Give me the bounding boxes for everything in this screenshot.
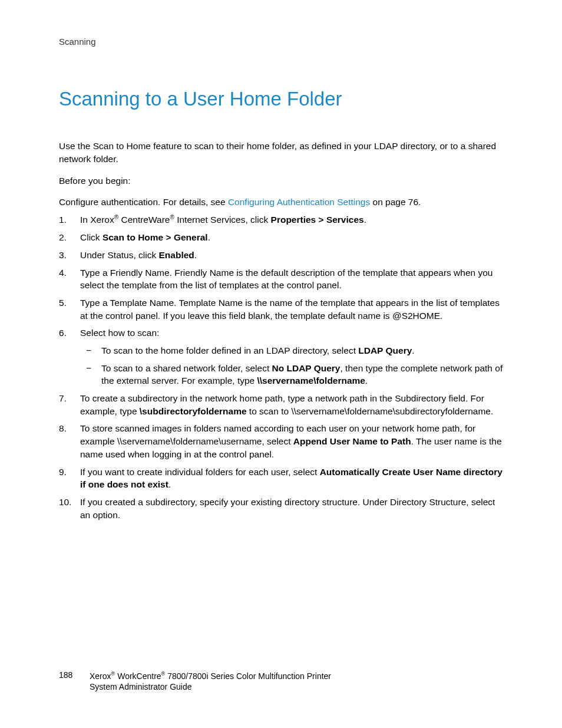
reg-mark: ® [170,214,174,220]
step-6a-prefix: To scan to the home folder defined in an… [101,345,358,355]
steps-list: In Xerox® CentreWare® Internet Services,… [59,213,503,521]
step-6b-prefix: To scan to a shared network folder, sele… [101,363,272,373]
step-10: If you created a subdirectory, specify y… [59,496,503,521]
step-1-suffix: . [364,215,366,225]
page-footer: 188 Xerox® WorkCentre® 7800/7800i Series… [59,670,504,693]
step-3-prefix: Under Status, click [80,250,159,260]
step-2: Click Scan to Home > General. [59,231,503,244]
footer-doc-title: Xerox® WorkCentre® 7800/7800i Series Col… [90,670,331,693]
step-6-sublist: To scan to the home folder defined in an… [80,344,503,387]
configure-suffix: on page 76. [370,197,421,207]
step-6b: To scan to a shared network folder, sele… [80,362,503,387]
step-1-bold: Properties > Services [271,215,364,225]
configure-prefix: Configure authentication. For details, s… [59,197,228,207]
configure-link[interactable]: Configuring Authentication Settings [228,197,370,207]
step-9-prefix: If you want to create individual folders… [80,467,320,477]
configure-auth-line: Configure authentication. For details, s… [59,197,503,207]
footer-line2: System Administrator Guide [90,682,192,691]
step-1-mid1: CentreWare [118,215,170,225]
page-header-section: Scanning [59,37,503,47]
step-3-bold: Enabled [159,250,194,260]
step-2-bold: Scan to Home > General [103,232,208,242]
step-4: Type a Friendly Name. Friendly Name is t… [59,266,503,292]
intro-paragraph: Use the Scan to Home feature to scan to … [59,140,503,165]
step-6b-bold2: \\servername\foldername [257,375,365,386]
page-title: Scanning to a User Home Folder [59,88,503,110]
step-1-prefix: In Xerox [80,215,114,225]
step-8-bold: Append User Name to Path [293,436,411,446]
step-3: Under Status, click Enabled. [59,249,503,262]
step-6a: To scan to the home folder defined in an… [80,344,503,357]
step-6a-bold: LDAP Query [358,345,412,355]
step-6b-suffix: . [365,375,368,386]
step-1: In Xerox® CentreWare® Internet Services,… [59,213,503,226]
step-7-suffix: to scan to \\servername\foldername\subdi… [247,406,494,416]
step-6a-suffix: . [412,345,414,355]
step-3-suffix: . [194,250,197,260]
step-6-lead: Select how to scan: [80,328,159,338]
step-9-suffix: . [168,479,171,489]
page-number: 188 [59,670,90,693]
step-9: If you want to create individual folders… [59,466,503,491]
step-6: Select how to scan: To scan to the home … [59,327,503,387]
step-2-prefix: Click [80,232,103,242]
step-8: To store scanned images in folders named… [59,422,503,460]
step-5: Type a Template Name. Template Name is t… [59,297,503,322]
step-7-bold: \subdirectoryfoldername [140,406,247,416]
before-you-begin: Before you begin: [59,176,503,186]
step-1-mid2: Internet Services, click [174,215,271,225]
footer-line1a: Xerox [90,671,111,680]
step-6b-bold1: No LDAP Query [272,363,340,373]
footer-line1c: 7800/7800i Series Color Multifunction Pr… [165,671,331,680]
step-7: To create a subdirectory in the network … [59,392,503,417]
step-2-suffix: . [208,232,210,242]
footer-line1b: WorkCentre [115,671,161,680]
